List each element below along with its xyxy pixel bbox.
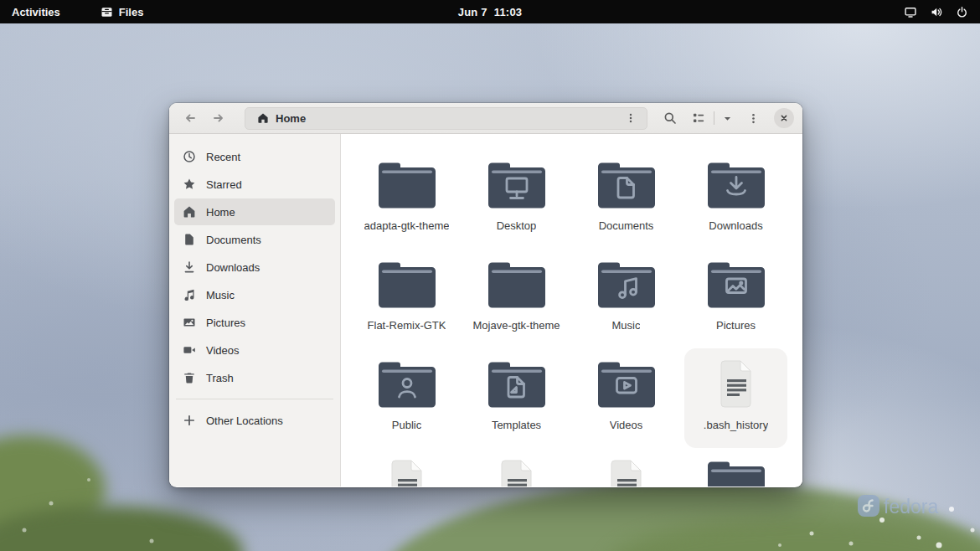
sidebar-item-pictures[interactable]: Pictures (174, 309, 335, 336)
clock-date: Jun 7 (458, 6, 487, 18)
text-file-icon (704, 359, 768, 413)
file-cell-Mojave-gtk-theme[interactable]: Mojave-gtk-theme (465, 249, 568, 348)
sidebar-item-recent[interactable]: Recent (174, 143, 335, 170)
file-cell-partial[interactable] (465, 448, 568, 487)
folder-icon (704, 260, 768, 310)
text-file-icon (485, 459, 549, 487)
folder-icon (485, 160, 549, 214)
files-window: Home (169, 103, 802, 487)
desktop: fedora Activities Files Jun 711:03 (0, 0, 980, 551)
file-cell-Videos[interactable]: Videos (575, 348, 678, 448)
pictures-icon (183, 316, 196, 329)
view-options-dropdown-button[interactable] (719, 107, 735, 129)
trash-icon (183, 371, 196, 384)
file-cell-Public[interactable]: Public (355, 348, 458, 448)
starred-icon (183, 178, 196, 191)
sidebar-item-videos[interactable]: Videos (174, 337, 335, 363)
sidebar-item-label: Videos (206, 344, 240, 357)
headerbar: Home (169, 103, 802, 134)
pan-down-icon (722, 113, 733, 124)
file-cell-adapta-gtk-theme[interactable]: adapta-gtk-theme (355, 149, 458, 249)
sidebar-item-downloads[interactable]: Downloads (174, 254, 335, 281)
kebab-icon (625, 112, 637, 124)
file-name-label: Flat-Remix-GTK (368, 319, 446, 332)
sidebar-item-starred[interactable]: Starred (174, 171, 335, 198)
file-name-label: Public (392, 419, 421, 431)
folder-icon (704, 459, 768, 487)
clock[interactable]: Jun 711:03 (458, 6, 523, 18)
sidebar-item-home[interactable]: Home (174, 198, 335, 225)
folder-icon (375, 160, 439, 210)
wallpaper-hill (373, 481, 980, 551)
close-icon (779, 113, 789, 123)
file-name-label: adapta-gtk-theme (364, 219, 450, 232)
text-file-icon (375, 459, 439, 487)
files-app-icon (101, 6, 113, 18)
files-app-menu-button[interactable]: Files (89, 0, 156, 23)
file-cell-partial[interactable] (355, 448, 458, 487)
file-cell-Flat-Remix-GTK[interactable]: Flat-Remix-GTK (355, 249, 458, 348)
window-menu-button[interactable] (742, 107, 764, 129)
folder-icon (595, 160, 658, 214)
forward-button[interactable] (208, 107, 230, 129)
content-area[interactable]: adapta-gtk-theme Desktop Documents Downl… (341, 134, 802, 487)
sidebar-item-other-locations[interactable]: Other Locations (174, 407, 335, 434)
file-cell-.bash_history[interactable]: .bash_history (684, 348, 787, 448)
clock-time: 11:03 (494, 6, 523, 18)
file-name-label: .bash_history (704, 419, 768, 431)
back-button[interactable] (179, 107, 201, 129)
text-file-icon (595, 459, 658, 487)
sidebar: RecentStarredHomeDocumentsDownloadsMusic… (169, 134, 341, 487)
file-cell-partial[interactable] (575, 448, 678, 487)
folder-icon (595, 359, 658, 409)
forward-icon (212, 111, 225, 125)
topbar-left: Activities Files (0, 0, 155, 23)
wallpaper-hill (0, 435, 106, 544)
file-cell-Music[interactable]: Music (575, 249, 678, 348)
folder-icon (704, 160, 768, 210)
file-cell-Templates[interactable]: Templates (465, 348, 568, 448)
folder-icon (375, 160, 439, 214)
search-button[interactable] (659, 107, 681, 129)
activities-button[interactable]: Activities (0, 0, 72, 23)
text-file-icon (704, 359, 768, 409)
view-toggle (688, 107, 735, 129)
fedora-watermark-text: fedora (884, 496, 938, 518)
file-name-label: Downloads (709, 219, 762, 232)
system-status-area[interactable] (892, 0, 980, 23)
sidebar-item-label: Starred (206, 178, 242, 191)
list-view-icon (692, 111, 705, 125)
folder-icon (595, 260, 658, 313)
folder-icon (485, 359, 549, 409)
file-cell-Pictures[interactable]: Pictures (684, 249, 787, 348)
folder-icon (595, 359, 658, 413)
path-bar[interactable]: Home (245, 107, 647, 130)
file-name-label: Music (612, 319, 641, 332)
top-bar: Activities Files Jun 711:03 (0, 0, 980, 23)
folder-icon (595, 160, 658, 210)
sidebar-item-music[interactable]: Music (174, 281, 335, 308)
sidebar-item-documents[interactable]: Documents (174, 226, 335, 253)
wallpaper-hill (607, 518, 980, 551)
file-cell-Downloads[interactable]: Downloads (684, 149, 787, 249)
back-icon (183, 111, 197, 125)
file-cell-Desktop[interactable]: Desktop (465, 149, 568, 249)
music-icon (183, 288, 196, 301)
folder-icon (704, 459, 768, 487)
path-menu-button[interactable] (622, 109, 640, 127)
list-view-button[interactable] (688, 107, 709, 129)
file-cell-Documents[interactable]: Documents (575, 149, 678, 249)
folder-icon (375, 359, 439, 413)
sidebar-item-label: Downloads (206, 261, 260, 274)
sidebar-item-label: Home (206, 206, 235, 219)
sidebar-item-label: Music (206, 289, 235, 301)
sidebar-item-trash[interactable]: Trash (174, 364, 335, 391)
home-icon (183, 205, 196, 219)
recent-icon (183, 150, 196, 163)
sidebar-item-label: Other Locations (206, 415, 283, 427)
file-name-label: Mojave-gtk-theme (472, 319, 560, 332)
file-cell-partial[interactable] (684, 448, 787, 487)
file-name-label: Templates (492, 419, 541, 431)
close-button[interactable] (774, 108, 794, 128)
folder-icon (485, 160, 549, 210)
